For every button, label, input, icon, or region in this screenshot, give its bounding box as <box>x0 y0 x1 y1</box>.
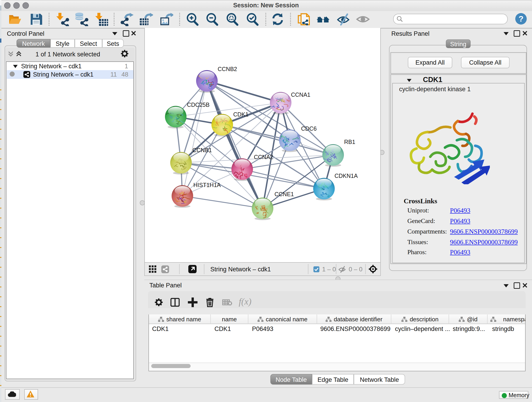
svg-text:RB1: RB1 <box>344 139 355 145</box>
svg-text:CCNB2: CCNB2 <box>218 66 237 72</box>
svg-text:HIST1H1A: HIST1H1A <box>193 182 221 188</box>
svg-text:CCNA2: CCNA2 <box>254 154 273 160</box>
svg-text:CCNB1: CCNB1 <box>192 147 212 153</box>
svg-text:CCNE1: CCNE1 <box>274 191 294 197</box>
svg-text:CCNA1: CCNA1 <box>291 91 310 98</box>
svg-text:?: ? <box>519 14 524 23</box>
svg-text:CDC25B: CDC25B <box>187 102 210 108</box>
svg-text:CDK1: CDK1 <box>233 111 249 118</box>
svg-text:CDC6: CDC6 <box>301 125 317 132</box>
svg-text:CDKN1A: CDKN1A <box>335 172 358 179</box>
